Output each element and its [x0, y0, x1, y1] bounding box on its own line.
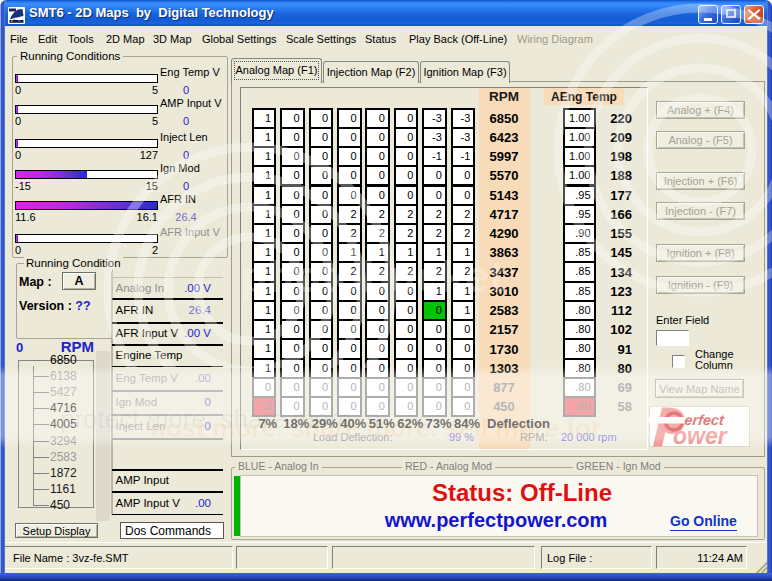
svg-text:ower: ower — [673, 423, 728, 447]
